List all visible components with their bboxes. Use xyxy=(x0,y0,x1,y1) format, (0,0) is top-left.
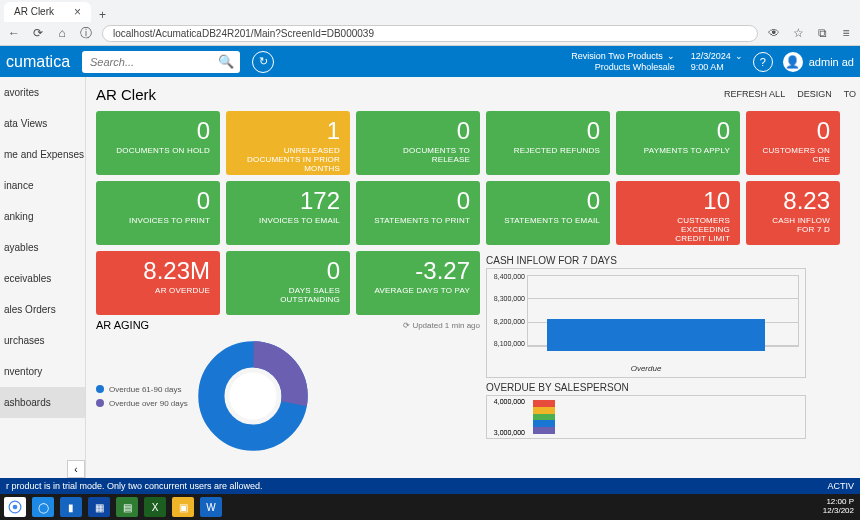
user-icon: 👤 xyxy=(783,52,803,72)
home-icon[interactable]: ⌂ xyxy=(54,26,70,40)
collapse-icon[interactable]: ‹ xyxy=(67,460,85,478)
search-icon[interactable]: 🔍 xyxy=(218,54,234,69)
overdue-sp-chart: 4,000,0003,000,000 xyxy=(486,395,806,439)
page-title: AR Clerk xyxy=(96,86,156,103)
refresh-all-button[interactable]: REFRESH ALL xyxy=(724,89,785,99)
updated-label: ⟳ Updated 1 min ago xyxy=(403,321,480,330)
close-icon[interactable]: × xyxy=(74,5,81,19)
sidebar-item[interactable]: ata Views xyxy=(0,108,85,139)
sidebar-item[interactable]: anking xyxy=(0,201,85,232)
svg-point-2 xyxy=(229,372,276,419)
kpi-row-3: 8.23MAR OVERDUE0DAYS SALES OUTSTANDING-3… xyxy=(96,251,480,315)
settings-icon[interactable]: ≡ xyxy=(838,26,854,40)
tools-button[interactable]: TO xyxy=(844,89,856,99)
kpi-row-2: 0INVOICES TO PRINT172INVOICES TO EMAIL0S… xyxy=(96,181,860,245)
search-input[interactable] xyxy=(82,51,240,73)
app-topbar: cumatica 🔍 ↻ Revision Two Products⌄ Prod… xyxy=(0,46,860,77)
taskbar-app[interactable]: W xyxy=(200,497,222,517)
kpi-tile[interactable]: 0DOCUMENTS ON HOLD xyxy=(96,111,220,175)
business-date[interactable]: 12/3/2024⌄ 9:00 AM xyxy=(681,51,753,72)
overdue-sp-title: OVERDUE BY SALESPERSON xyxy=(486,382,806,393)
page-body: avoritesata Viewsme and Expensesinancean… xyxy=(0,77,860,478)
help-icon[interactable]: ? xyxy=(753,52,773,72)
business-selector[interactable]: Revision Two Products⌄ Products Wholesal… xyxy=(571,51,680,72)
kpi-tile[interactable]: 0REJECTED REFUNDS xyxy=(486,111,610,175)
sidebar-item[interactable]: me and Expenses xyxy=(0,139,85,170)
kpi-tile[interactable]: 172INVOICES TO EMAIL xyxy=(226,181,350,245)
kpi-row-1: 0DOCUMENTS ON HOLD1UNRELEASED DOCUMENTS … xyxy=(96,111,860,175)
cash-inflow-chart: 8,400,0008,300,0008,200,0008,100,000 Ove… xyxy=(486,268,806,378)
reload-icon[interactable]: ⟳ xyxy=(30,26,46,40)
sidebar-item[interactable]: ayables xyxy=(0,232,85,263)
eye-icon[interactable]: 👁 xyxy=(766,26,782,40)
kpi-tile[interactable]: 0PAYMENTS TO APPLY xyxy=(616,111,740,175)
taskbar-app[interactable] xyxy=(4,497,26,517)
taskbar: ◯▮▦▤X▣W 12:00 P 12/3/202 xyxy=(0,494,860,520)
trial-banner: r product is in trial mode. Only two con… xyxy=(0,478,860,494)
svg-point-4 xyxy=(13,505,18,510)
tab-title: AR Clerk xyxy=(14,6,54,17)
kpi-tile[interactable]: 0DOCUMENTS TO RELEASE xyxy=(356,111,480,175)
browser-tab[interactable]: AR Clerk × xyxy=(4,2,91,22)
taskbar-app[interactable]: ▣ xyxy=(172,497,194,517)
system-clock[interactable]: 12:00 P 12/3/202 xyxy=(823,498,856,516)
sidebar: avoritesata Viewsme and Expensesinancean… xyxy=(0,77,86,478)
kpi-tile[interactable]: -3.27AVERAGE DAYS TO PAY xyxy=(356,251,480,315)
chevron-down-icon: ⌄ xyxy=(735,51,743,61)
recent-icon[interactable]: ↻ xyxy=(252,51,274,73)
taskbar-app[interactable]: ▮ xyxy=(60,497,82,517)
kpi-tile[interactable]: 0STATEMENTS TO EMAIL xyxy=(486,181,610,245)
search-wrap: 🔍 xyxy=(82,51,240,73)
taskbar-app[interactable]: ▤ xyxy=(116,497,138,517)
sidebar-item[interactable]: inance xyxy=(0,170,85,201)
sidebar-item[interactable]: urchases xyxy=(0,325,85,356)
donut-chart xyxy=(198,341,308,451)
sidebar-item[interactable]: avorites xyxy=(0,77,85,108)
url-input[interactable]: localhost/AcumaticaDB24R201/Main?ScreenI… xyxy=(102,25,758,42)
taskbar-app[interactable]: ◯ xyxy=(32,497,54,517)
kpi-tile[interactable]: 8.23CASH INFLOW FOR 7 D xyxy=(746,181,840,245)
star-icon[interactable]: ☆ xyxy=(790,26,806,40)
cash-inflow-title: CASH INFLOW FOR 7 DAYS xyxy=(486,255,806,266)
kpi-tile[interactable]: 1UNRELEASED DOCUMENTS IN PRIOR MONTHS xyxy=(226,111,350,175)
bar xyxy=(547,319,765,351)
sidebar-item[interactable]: ashboards xyxy=(0,387,85,418)
taskbar-app[interactable]: X xyxy=(144,497,166,517)
taskbar-app[interactable]: ▦ xyxy=(88,497,110,517)
address-bar-row: ← ⟳ ⌂ ⓘ localhost/AcumaticaDB24R201/Main… xyxy=(0,22,860,45)
ar-aging-widget: AR AGING ⟳ Updated 1 min ago Overdue 61-… xyxy=(96,315,480,451)
kpi-tile[interactable]: 10CUSTOMERS EXCEEDING CREDIT LIMIT xyxy=(616,181,740,245)
sidebar-item[interactable]: eceivables xyxy=(0,263,85,294)
tab-strip: AR Clerk × + xyxy=(0,0,860,22)
chevron-down-icon: ⌄ xyxy=(667,51,675,61)
new-tab-button[interactable]: + xyxy=(99,8,106,22)
brand-logo[interactable]: cumatica xyxy=(0,53,82,71)
kpi-tile[interactable]: 0CUSTOMERS ON CRE xyxy=(746,111,840,175)
kpi-tile[interactable]: 8.23MAR OVERDUE xyxy=(96,251,220,315)
kpi-tile[interactable]: 0DAYS SALES OUTSTANDING xyxy=(226,251,350,315)
kpi-tile[interactable]: 0INVOICES TO PRINT xyxy=(96,181,220,245)
back-icon[interactable]: ← xyxy=(6,26,22,40)
legend-item: Overdue 61-90 days xyxy=(96,385,188,394)
kpi-tile[interactable]: 0STATEMENTS TO PRINT xyxy=(356,181,480,245)
design-button[interactable]: DESIGN xyxy=(797,89,832,99)
info-icon: ⓘ xyxy=(78,25,94,42)
widget-title: AR AGING xyxy=(96,319,149,331)
main-content: AR Clerk REFRESH ALL DESIGN TO 0DOCUMENT… xyxy=(86,77,860,478)
browser-chrome: AR Clerk × + ← ⟳ ⌂ ⓘ localhost/Acumatica… xyxy=(0,0,860,46)
sidebar-item[interactable]: nventory xyxy=(0,356,85,387)
user-menu[interactable]: 👤 admin ad xyxy=(783,52,860,72)
sidebar-item[interactable]: ales Orders xyxy=(0,294,85,325)
legend-item: Overdue over 90 days xyxy=(96,399,188,408)
extension-icon[interactable]: ⧉ xyxy=(814,26,830,40)
